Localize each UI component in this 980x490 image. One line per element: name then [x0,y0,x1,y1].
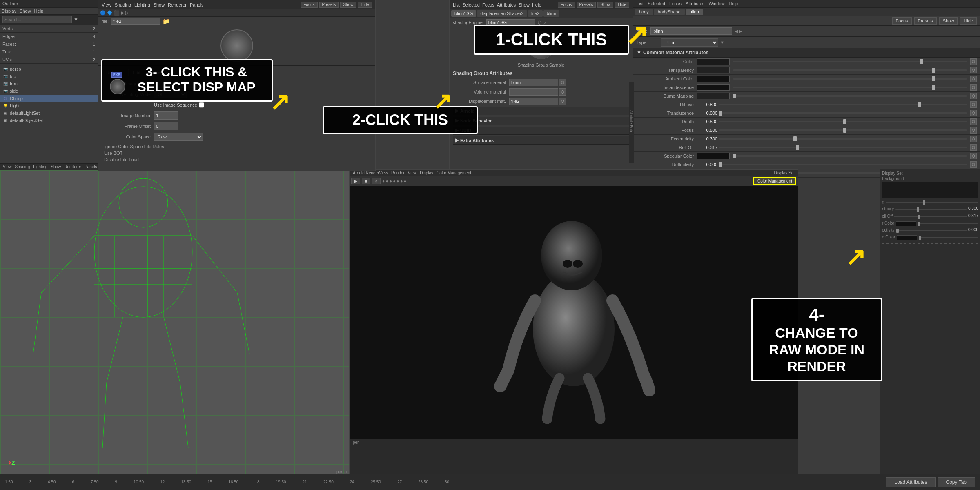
uuid-section[interactable]: ▶ UUID [453,127,629,135]
render-stop-btn[interactable]: ■ [362,178,370,184]
ignore-color-space-option[interactable]: Ignore Color Space File Rules [102,143,372,150]
attr-menu-list[interactable]: List [637,1,644,6]
outliner-menu-show[interactable]: Show [20,9,31,13]
surface-material-input[interactable] [509,79,558,86]
use-bot-option[interactable]: Use BOT [102,150,372,156]
specular-slider[interactable] [733,155,967,157]
focus-slider[interactable] [719,129,967,131]
focus-expand[interactable]: ⬡ [970,127,977,134]
outliner-menu-help[interactable]: Help [34,9,44,13]
transparency-expand[interactable]: ⬡ [970,67,977,74]
eccentricity-slider[interactable] [719,138,967,140]
render-menu-display[interactable]: Display [420,171,433,175]
highlight-color-mgmt[interactable]: Color Management [753,177,796,185]
blv-menu-panels[interactable]: Panels [85,165,97,169]
attr-tab-blinn[interactable]: blinn [686,9,703,15]
frame-offset-input[interactable] [154,122,178,130]
transparency-swatch[interactable] [697,67,730,74]
translucence-expand[interactable]: ⬡ [970,110,977,116]
displacement-mat-input[interactable] [509,98,558,105]
render-menu-view[interactable]: View [408,171,417,175]
extra-attrs-section[interactable]: ▶ Extra Attributes [453,136,629,145]
blv-menu-lighting[interactable]: Lighting [33,165,47,169]
sg-show-button[interactable]: Show [597,2,613,8]
outliner-item-persp[interactable]: 📷 persp [0,65,98,73]
rs-rolloff-track[interactable] [894,216,967,217]
attr-menu-window[interactable]: Window [708,1,724,6]
sg-menu-focus[interactable]: Focus [482,2,494,7]
eccentricity-expand[interactable]: ⬡ [970,136,977,142]
sg-presets-button[interactable]: Presets [577,2,596,8]
sg-focus-button[interactable]: Focus [558,2,575,8]
outliner-menu-display[interactable]: Display [2,9,16,13]
color-slider[interactable] [733,61,967,62]
color-swatch[interactable] [697,58,730,65]
volume-material-input[interactable] [509,88,558,96]
attr-tab-body-shape[interactable]: bodyShape [654,9,685,15]
incandescence-slider[interactable] [733,87,967,88]
specular-color-swatch[interactable] [697,153,730,159]
blv-menu-show[interactable]: Show [51,165,61,169]
outliner-item-front[interactable]: 📷 front [0,80,98,87]
displacement-mat-connect[interactable]: ⬡ [559,98,566,105]
rs-dcolor-track[interactable] [919,237,978,238]
color-space-select[interactable]: Raw sRGB Linear [154,133,203,141]
color-expand[interactable]: ⬡ [970,58,977,65]
attr-menu-attributes[interactable]: Attributes [686,1,704,6]
file-menu-renderer[interactable]: Renderer [168,2,187,7]
ambient-color-swatch[interactable] [697,76,730,82]
sg-hide-button[interactable]: Hide [615,2,629,8]
bump-slider[interactable] [733,95,967,97]
file-show-button[interactable]: Show [340,2,356,8]
render-play-btn[interactable]: ▶ [351,178,360,184]
use-image-sequence-checkbox[interactable] [199,101,204,109]
file-menu-view[interactable]: View [102,2,111,7]
attr-name-input[interactable] [650,27,732,35]
blv-menu-renderer[interactable]: Renderer [64,165,81,169]
node-behavior-section[interactable]: ▶ Node Behavior [453,117,629,125]
blv-menu-view[interactable]: View [3,165,12,169]
translucence-slider[interactable] [719,112,967,114]
ambient-expand[interactable]: ⬡ [970,76,977,82]
sg-tab-displacement[interactable]: displacementShader2 [477,10,527,17]
rolloff-expand[interactable]: ⬡ [970,144,977,151]
transparency-slider[interactable] [733,69,967,71]
file-menu-shading[interactable]: Shading [115,2,131,7]
outliner-item-light[interactable]: 💡 Light [0,102,98,109]
search-dropdown-icon[interactable]: ▼ [74,17,78,22]
sg-tab-blinn1sg[interactable]: blinn1SG [451,10,476,17]
ambient-slider[interactable] [733,78,967,80]
incandescence-expand[interactable]: ⬡ [970,84,977,91]
depth-expand[interactable]: ⬡ [970,118,977,125]
common-material-attrs-section[interactable]: ▼ Common Material Attributes [633,48,980,58]
outliner-item-chimp[interactable]: ⬡ Chimp [0,95,98,102]
outliner-item-side[interactable]: 📷 side [0,87,98,95]
sg-menu-selected[interactable]: Selected [462,2,480,7]
volume-material-connect[interactable]: ⬡ [559,88,566,96]
sg-tab-file2[interactable]: file2 [528,10,543,17]
render-refresh-btn[interactable]: ↺ [372,178,381,184]
attr-hide-button[interactable]: Hide [960,17,977,24]
rs-ntricity-track[interactable] [895,209,967,210]
attr-name-expand2[interactable]: ▶ [739,29,742,34]
outliner-item-top[interactable]: 📷 top [0,73,98,80]
attr-type-select[interactable]: Blinn Lambert Phong [661,38,718,47]
outliner-item-default-object-set[interactable]: ▣ defaultObjectSet [0,117,98,124]
disable-file-load-option[interactable]: Disable File Load [102,156,372,163]
rs-ectivity-track[interactable] [896,230,967,231]
attr-focus-button[interactable]: Focus [892,17,912,24]
bump-expand[interactable]: ⬡ [970,93,977,99]
attr-tab-body[interactable]: body [635,9,653,15]
arnold-section[interactable]: ▶ Arnold [453,107,629,115]
sg-menu-show[interactable]: Show [518,2,530,7]
diffuse-expand[interactable]: ⬡ [970,101,977,108]
file-menu-show[interactable]: Show [154,2,165,7]
rs-slider1-track[interactable] [886,202,978,203]
attr-name-expand1[interactable]: ◀ [735,29,738,34]
image-number-input[interactable] [154,111,178,120]
attr-menu-help[interactable]: Help [729,1,738,6]
attr-menu-focus[interactable]: Focus [669,1,682,6]
search-input[interactable] [2,16,72,23]
reflectivity-slider[interactable] [719,164,967,165]
sg-menu-help[interactable]: Help [532,2,541,7]
